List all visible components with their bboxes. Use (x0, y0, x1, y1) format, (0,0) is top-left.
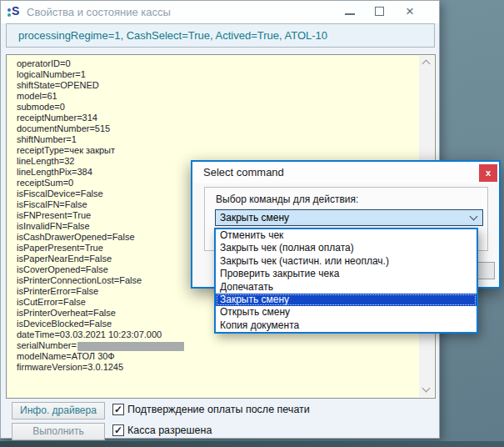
title-bar[interactable]: S Свойства и состояние кассы × (1, 1, 439, 23)
memo-line: shiftState=OPENED (17, 80, 417, 91)
background-window-strip (0, 441, 504, 447)
memo-line: logicalNumber=1 (17, 69, 417, 80)
scroll-down-icon (422, 384, 431, 393)
checkbox-box[interactable]: ✓ (112, 424, 124, 436)
dropdown-option[interactable]: Закрыть чек (полная оплата) (216, 242, 477, 254)
close-icon: × (406, 3, 414, 19)
checkbox-label: Подтверждение оплаты после печати (127, 404, 310, 415)
close-button[interactable]: × (396, 1, 424, 23)
command-combobox[interactable]: Закрыть смену (215, 209, 483, 226)
dialog-close-icon: x (486, 168, 491, 178)
memo-line: submode=0 (17, 102, 417, 113)
memo-line: shiftNumber=1 (17, 134, 417, 145)
memo-line: serialNumber= (17, 340, 417, 351)
command-select-label: Выбор команды для действия: (216, 193, 358, 205)
checkbox-box[interactable]: ✓ (112, 404, 124, 415)
combobox-value: Закрыть смену (220, 212, 289, 224)
dropdown-option[interactable]: Закрыть чек (частичн. или неоплач.) (216, 255, 477, 268)
dialog-title: Select command (203, 166, 284, 178)
memo-line: firmwareVersion=3.0.1245 (17, 362, 417, 373)
chevron-down-icon (470, 213, 478, 221)
minimize-button[interactable] (336, 1, 364, 23)
dropdown-option[interactable]: Открыть смену (216, 306, 477, 319)
scroll-up-icon (422, 60, 431, 68)
memo-line: model=61 (17, 91, 417, 102)
dropdown-option[interactable]: Закрыть смену (216, 294, 477, 306)
memo-line: documentNumber=515 (17, 123, 417, 134)
driver-info-button[interactable]: Инфо. драйвера (12, 402, 105, 419)
maximize-icon (375, 7, 384, 16)
dialog-title-bar[interactable]: Select command x (192, 162, 499, 183)
dialog-close-button[interactable]: x (479, 164, 497, 182)
scroll-down-button[interactable] (419, 383, 434, 397)
window-title: Свойства и состояние кассы (27, 6, 171, 18)
dropdown-option[interactable]: Отменить чек (216, 229, 477, 242)
maximize-button[interactable] (366, 1, 394, 23)
app-logo-icon: S (7, 4, 24, 19)
dropdown-option[interactable]: Допечатать (216, 281, 477, 294)
command-dropdown-list[interactable]: Отменить чекЗакрыть чек (полная оплата)З… (214, 228, 478, 334)
scroll-up-button[interactable] (419, 56, 434, 70)
device-status-header: processingRegime=1, CashSelect=True, Act… (6, 23, 435, 48)
desktop: { "window": { "title": "Свойства и состо… (0, 0, 504, 447)
dropdown-option[interactable]: Копия документа (216, 319, 477, 332)
memo-line: receiptNumber=314 (17, 113, 417, 123)
serial-number-redaction (77, 342, 184, 351)
checkbox-label: Касса разрешена (127, 424, 212, 436)
dropdown-option[interactable]: Проверить закрытие чека (216, 268, 477, 280)
execute-button[interactable]: Выполнить (12, 423, 105, 440)
memo-line: operatorID=0 (17, 58, 417, 69)
memo-line: receiptType=чек закрыт (17, 145, 417, 156)
minimize-icon (345, 13, 355, 15)
memo-line: modelName=АТОЛ 30Ф (17, 351, 417, 362)
